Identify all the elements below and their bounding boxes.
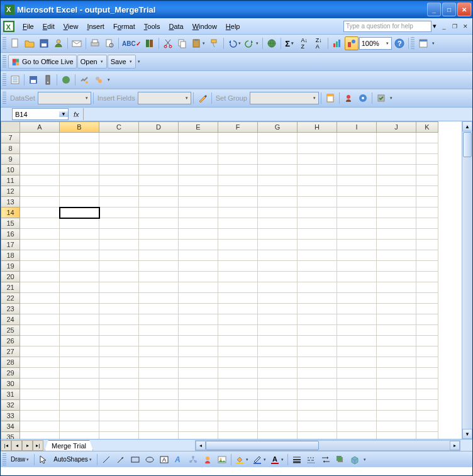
3d-button[interactable] xyxy=(348,453,362,467)
cell-G17[interactable] xyxy=(258,240,298,250)
research-button[interactable] xyxy=(143,36,157,50)
cell-D24[interactable] xyxy=(139,314,179,325)
cell-D16[interactable] xyxy=(139,229,179,240)
cell-C14[interactable] xyxy=(99,208,139,218)
cell-A11[interactable] xyxy=(20,175,60,186)
cell-E34[interactable] xyxy=(179,421,218,432)
cell-E7[interactable] xyxy=(179,133,218,143)
cell-A16[interactable] xyxy=(20,229,60,240)
cell-E9[interactable] xyxy=(179,154,218,165)
row-header-29[interactable]: 29 xyxy=(1,368,20,379)
cell-E21[interactable] xyxy=(179,282,218,293)
cell-C10[interactable] xyxy=(99,165,139,175)
col-header-F[interactable]: F xyxy=(218,122,258,133)
cell-C23[interactable] xyxy=(99,304,139,314)
cell-D21[interactable] xyxy=(139,282,179,293)
cell-A13[interactable] xyxy=(20,197,60,208)
cell-D35[interactable] xyxy=(139,432,179,440)
cell-H29[interactable] xyxy=(298,368,337,379)
menu-help[interactable]: Help xyxy=(221,21,245,32)
row-header-18[interactable]: 18 xyxy=(1,250,20,261)
cell-I14[interactable] xyxy=(337,208,377,218)
cell-H14[interactable] xyxy=(298,208,337,218)
cell-A19[interactable] xyxy=(20,261,60,272)
menu-insert[interactable]: Insert xyxy=(82,21,109,32)
toolbar-grip-3[interactable] xyxy=(3,55,6,68)
cell-B10[interactable] xyxy=(60,165,99,175)
cell-F29[interactable] xyxy=(218,368,258,379)
hscroll-thumb[interactable] xyxy=(206,441,319,450)
email-button[interactable] xyxy=(70,36,84,50)
row-header-24[interactable]: 24 xyxy=(1,314,20,325)
cell-B11[interactable] xyxy=(60,175,99,186)
cell-E17[interactable] xyxy=(179,240,218,250)
cell-A7[interactable] xyxy=(20,133,60,143)
cell-H28[interactable] xyxy=(298,357,337,368)
cell-F10[interactable] xyxy=(218,165,258,175)
cell-F23[interactable] xyxy=(218,304,258,314)
cell-I35[interactable] xyxy=(337,432,377,440)
custom-button-6[interactable] xyxy=(92,73,106,87)
cell-I28[interactable] xyxy=(337,357,377,368)
formula-input[interactable] xyxy=(83,108,472,120)
cell-G25[interactable] xyxy=(258,325,298,336)
cell-J11[interactable] xyxy=(377,175,416,186)
help-search-box[interactable]: Type a question for help xyxy=(343,21,431,32)
cell-H24[interactable] xyxy=(298,314,337,325)
scroll-right-button[interactable]: ▸ xyxy=(450,441,460,450)
pivot-button[interactable] xyxy=(416,36,430,50)
cut-button[interactable] xyxy=(161,36,175,50)
cell-C30[interactable] xyxy=(99,379,139,389)
select-objects-button[interactable] xyxy=(36,453,50,467)
drawing-toggle-button[interactable] xyxy=(345,36,359,50)
cell-K22[interactable] xyxy=(416,293,438,304)
cell-E35[interactable] xyxy=(179,432,218,440)
col-header-E[interactable]: E xyxy=(179,122,218,133)
cell-F22[interactable] xyxy=(218,293,258,304)
cell-B21[interactable] xyxy=(60,282,99,293)
help-dropdown[interactable]: ▾ xyxy=(431,22,438,30)
cell-B24[interactable] xyxy=(60,314,99,325)
cell-K9[interactable] xyxy=(416,154,438,165)
cell-I30[interactable] xyxy=(337,379,377,389)
cell-J15[interactable] xyxy=(377,218,416,229)
cell-B20[interactable] xyxy=(60,272,99,282)
cell-E8[interactable] xyxy=(179,143,218,154)
cell-J8[interactable] xyxy=(377,143,416,154)
diagram-button[interactable] xyxy=(186,453,200,467)
cell-I32[interactable] xyxy=(337,400,377,411)
row-header-26[interactable]: 26 xyxy=(1,336,20,346)
cell-I34[interactable] xyxy=(337,421,377,432)
row-header-11[interactable]: 11 xyxy=(1,175,20,186)
row-header-17[interactable]: 17 xyxy=(1,240,20,250)
cell-D34[interactable] xyxy=(139,421,179,432)
cell-B30[interactable] xyxy=(60,379,99,389)
cell-E18[interactable] xyxy=(179,250,218,261)
cell-D17[interactable] xyxy=(139,240,179,250)
cell-J34[interactable] xyxy=(377,421,416,432)
cell-J25[interactable] xyxy=(377,325,416,336)
cell-C12[interactable] xyxy=(99,186,139,197)
cell-K13[interactable] xyxy=(416,197,438,208)
row-header-14[interactable]: 14 xyxy=(1,208,20,218)
cell-D8[interactable] xyxy=(139,143,179,154)
help-button[interactable]: ? xyxy=(392,36,406,50)
cell-E22[interactable] xyxy=(179,293,218,304)
custom-button-4[interactable] xyxy=(59,73,73,87)
cell-J26[interactable] xyxy=(377,336,416,346)
cell-B13[interactable] xyxy=(60,197,99,208)
row-header-15[interactable]: 15 xyxy=(1,218,20,229)
fill-color-button[interactable]: ▾ xyxy=(233,453,250,467)
cell-D26[interactable] xyxy=(139,336,179,346)
cell-H32[interactable] xyxy=(298,400,337,411)
cell-B35[interactable] xyxy=(60,432,99,440)
cell-K16[interactable] xyxy=(416,229,438,240)
cell-B31[interactable] xyxy=(60,389,99,400)
cell-D20[interactable] xyxy=(139,272,179,282)
cell-E11[interactable] xyxy=(179,175,218,186)
cell-C8[interactable] xyxy=(99,143,139,154)
row-header-32[interactable]: 32 xyxy=(1,400,20,411)
workbook-icon[interactable]: X xyxy=(3,21,14,32)
menu-file[interactable]: File xyxy=(18,21,38,32)
row-header-23[interactable]: 23 xyxy=(1,304,20,314)
